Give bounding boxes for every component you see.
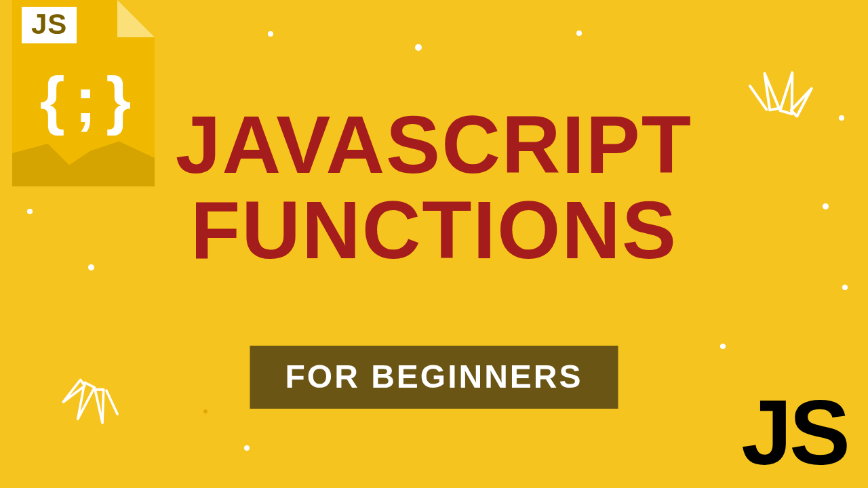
dot-icon (203, 409, 208, 413)
svg-marker-2 (780, 72, 799, 114)
dot-icon (268, 31, 273, 37)
svg-marker-6 (72, 382, 95, 420)
dot-icon (88, 264, 94, 270)
title-line-2: FUNCTIONS (0, 187, 868, 272)
js-bottom-label: JS (741, 380, 848, 485)
dot-icon (415, 44, 422, 51)
file-js-label: JS (22, 7, 77, 43)
dot-icon (244, 445, 250, 451)
dot-icon (823, 203, 829, 209)
dot-icon (720, 344, 726, 349)
svg-marker-5 (85, 387, 113, 423)
dot-icon (839, 115, 844, 121)
dot-icon (842, 285, 848, 290)
file-fold-corner (117, 0, 155, 37)
sparkle-burst-icon (48, 340, 142, 433)
dot-icon (27, 209, 33, 214)
dot-icon (576, 30, 582, 36)
subtitle-badge: FOR BEGINNERS (250, 346, 618, 409)
svg-marker-3 (790, 85, 811, 117)
sparkle-burst-icon (732, 64, 827, 159)
